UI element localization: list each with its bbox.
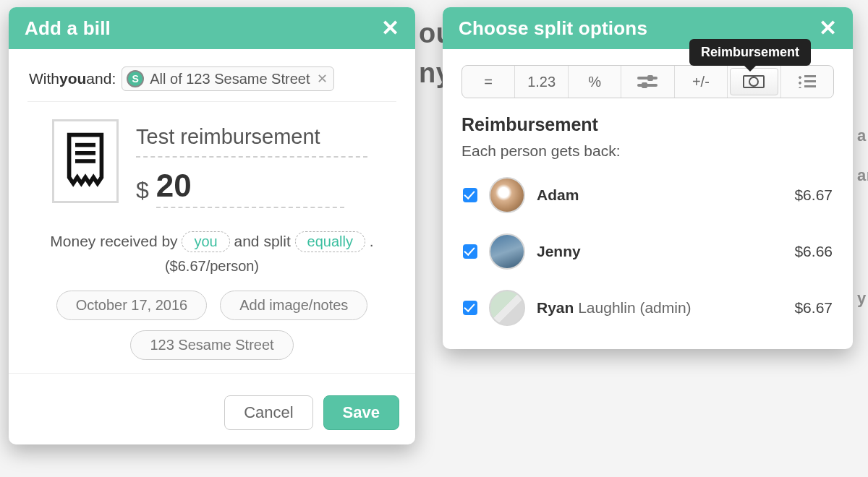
person-name: Adam — [537, 186, 783, 204]
group-chip-label: All of 123 Sesame Street — [150, 71, 310, 87]
cancel-button[interactable]: Cancel — [224, 395, 312, 430]
person-amount: $6.67 — [794, 186, 833, 204]
date-chip[interactable]: October 17, 2016 — [56, 291, 208, 320]
group-chip[interactable]: S All of 123 Sesame Street ✕ — [122, 66, 334, 91]
currency-symbol: $ — [136, 177, 149, 208]
payer-pill[interactable]: you — [182, 231, 229, 252]
person-checkbox[interactable] — [463, 244, 477, 259]
person-name: Jenny — [537, 243, 783, 260]
split-t2: and split — [234, 233, 295, 249]
person-amount: $6.67 — [794, 299, 833, 317]
split-exact-button[interactable]: 1.23 — [515, 66, 568, 98]
tooltip-reimbursement: Reimbursement — [689, 39, 811, 66]
with-and: and: — [86, 70, 116, 87]
avatar — [489, 177, 525, 213]
adjust-icon — [637, 75, 658, 88]
equal-icon: = — [484, 74, 493, 90]
modal-title: Choose split options — [459, 17, 647, 40]
split-adjust-button[interactable] — [621, 66, 674, 98]
person-row: Ryan Laughlin (admin) $6.67 — [461, 280, 834, 336]
percent-icon: % — [588, 74, 601, 90]
list-icon — [799, 75, 816, 88]
save-button[interactable]: Save — [323, 395, 399, 430]
avatar — [489, 233, 525, 270]
cash-icon — [743, 75, 765, 88]
split-method-pill[interactable]: equally — [295, 231, 365, 252]
section-subtitle: Each person gets back: — [461, 142, 834, 160]
plusminus-icon: +/- — [692, 74, 710, 90]
split-t3: . — [370, 233, 374, 249]
modal-title: Add a bill — [25, 17, 111, 40]
person-name: Ryan Laughlin (admin) — [537, 299, 783, 317]
person-row: Jenny $6.66 — [461, 223, 834, 280]
add-bill-modal: Add a bill ✕ With you and: S All of 123 … — [9, 7, 415, 444]
remove-chip-icon[interactable]: ✕ — [317, 71, 328, 87]
person-checkbox[interactable] — [463, 188, 477, 202]
modal-footer: Cancel Save — [9, 373, 415, 444]
split-itemize-button[interactable] — [781, 66, 833, 98]
category-icon[interactable] — [52, 119, 119, 203]
avatar — [489, 290, 525, 326]
receipt-icon — [65, 132, 106, 190]
close-icon[interactable]: ✕ — [819, 17, 837, 39]
split-equal-button[interactable]: = — [462, 66, 515, 98]
person-row: Adam $6.67 — [461, 167, 834, 223]
split-sentence: Money received by you and split equally … — [27, 231, 396, 252]
person-amount: $6.66 — [794, 243, 833, 260]
with-row: With you and: S All of 123 Sesame Street… — [27, 62, 396, 102]
modal-header: Add a bill ✕ — [9, 7, 415, 49]
section-title: Reimbursement — [461, 114, 834, 135]
with-you: you — [59, 70, 86, 87]
bg-text: y — [857, 289, 867, 308]
group-select-chip[interactable]: 123 Sesame Street — [130, 330, 293, 360]
split-plusminus-button[interactable]: +/- — [675, 66, 728, 98]
bg-text: an — [857, 166, 868, 185]
person-checkbox[interactable] — [463, 301, 477, 315]
split-t1: Money received by — [50, 233, 182, 249]
bg-text: a — [857, 126, 867, 145]
group-badge-icon: S — [127, 70, 144, 87]
with-prefix: With — [29, 70, 59, 87]
amount-input[interactable] — [156, 168, 344, 208]
per-person-label: ($6.67/person) — [27, 258, 396, 275]
split-mode-toolbar: = 1.23 % +/- — [461, 65, 834, 98]
notes-chip[interactable]: Add image/notes — [220, 291, 367, 320]
close-icon[interactable]: ✕ — [381, 17, 399, 39]
split-percent-button[interactable]: % — [569, 66, 621, 98]
split-options-modal: Choose split options ✕ Reimbursement = 1… — [443, 7, 853, 349]
description-input[interactable] — [136, 124, 367, 158]
exact-label: 1.23 — [527, 74, 556, 90]
